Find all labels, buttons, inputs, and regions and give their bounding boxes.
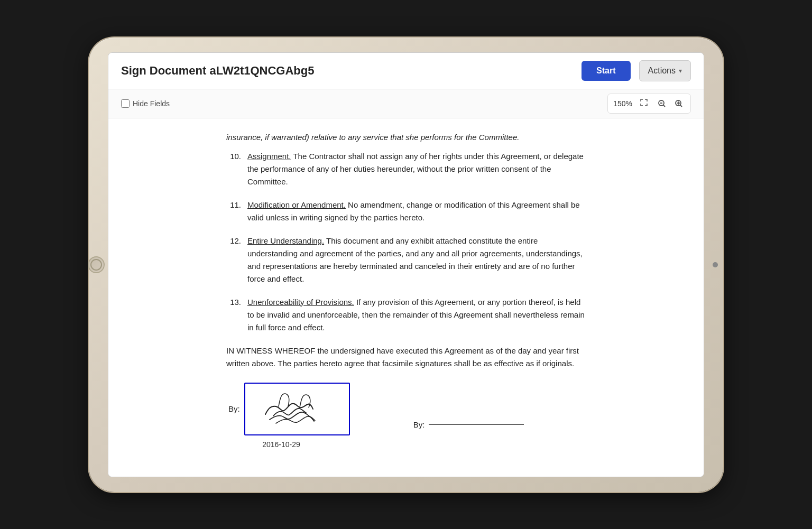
home-button[interactable]: [88, 256, 105, 273]
section-13: 13. Unenforceability of Provisions. If a…: [226, 296, 586, 334]
section-12-title: Entire Understanding.: [247, 236, 324, 245]
hide-fields-checkbox[interactable]: [121, 99, 130, 108]
section-10-body: The Contractor shall not assign any of h…: [247, 152, 584, 186]
signature-area: By:: [228, 383, 586, 450]
witness-paragraph: IN WITNESS WHEREOF the undersigned have …: [226, 345, 586, 370]
start-button[interactable]: Start: [582, 61, 630, 81]
section-12: 12. Entire Understanding. This document …: [226, 235, 586, 285]
header: Sign Document aLW2t1QNCGAbg5 Start Actio…: [108, 53, 704, 89]
page-title: Sign Document aLW2t1QNCGAbg5: [121, 64, 573, 78]
tablet-frame: Sign Document aLW2t1QNCGAbg5 Start Actio…: [89, 38, 723, 492]
section-11: 11. Modification or Amendment. No amendm…: [226, 199, 586, 224]
zoom-controls: 150%: [607, 94, 691, 114]
signature-date: 2016-10-29: [228, 439, 334, 450]
svg-line-6: [680, 105, 682, 107]
section-11-title: Modification or Amendment.: [247, 200, 346, 209]
actions-button[interactable]: Actions ▾: [639, 60, 691, 81]
document-content: insurance, if warranted) relative to any…: [108, 118, 704, 477]
intro-paragraph: insurance, if warranted) relative to any…: [226, 131, 586, 144]
document-text: insurance, if warranted) relative to any…: [226, 131, 586, 450]
section-13-title: Unenforceability of Provisions.: [247, 298, 354, 307]
by-label-right: By:: [413, 419, 425, 431]
by-label-left: By:: [228, 403, 240, 415]
camera-dot: [713, 262, 718, 267]
signature-box-left[interactable]: [244, 383, 350, 435]
signature-block-left: By:: [228, 383, 350, 450]
section-10-title: Assignment.: [247, 152, 291, 161]
toolbar: Hide Fields 150%: [108, 89, 704, 118]
section-10: 10. Assignment. The Contractor shall not…: [226, 150, 586, 188]
svg-line-2: [663, 105, 666, 107]
hide-fields-toggle[interactable]: Hide Fields: [121, 99, 170, 108]
zoom-out-button[interactable]: [654, 97, 669, 110]
signature-image: [250, 385, 345, 433]
signature-line-right: [429, 424, 524, 425]
fullscreen-button[interactable]: [635, 96, 652, 111]
zoom-in-button[interactable]: [671, 97, 686, 110]
signature-block-right: By:: [413, 383, 524, 431]
zoom-level: 150%: [612, 99, 633, 108]
chevron-down-icon: ▾: [679, 67, 682, 75]
tablet-screen: Sign Document aLW2t1QNCGAbg5 Start Actio…: [108, 52, 704, 477]
